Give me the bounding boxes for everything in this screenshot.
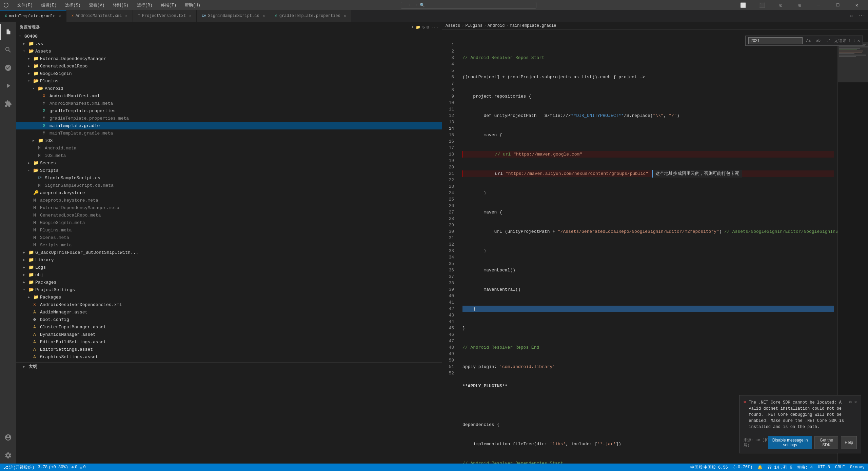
tree-item-editorSettings[interactable]: A EditorSettings.asset [16,346,442,353]
close-search-btn[interactable]: ✕ [857,38,860,43]
disable-message-btn[interactable]: Disable message in settings [768,436,812,449]
tree-item-library[interactable]: ▶ 📁 Library [16,256,442,264]
activity-settings[interactable] [0,447,16,464]
breadcrumb-android[interactable]: Android [488,23,505,28]
activity-extensions[interactable] [0,96,16,112]
layout-btn-1[interactable]: ⬜ [735,0,751,10]
status-encoding[interactable]: UTF-8 [818,465,830,470]
notification-settings-icon[interactable]: ⚙ [849,400,852,405]
tree-item-assets[interactable]: ▾ 📂 Assets [16,47,442,55]
layout-btn-2[interactable]: ⬛ [754,0,770,10]
tree-item-vs[interactable]: ▶ 📁 .vs [16,40,442,47]
tree-item-android[interactable]: ▾ 📂 Android [16,85,442,92]
regex-btn[interactable]: .* [824,38,832,44]
nav-back-icon[interactable]: ← [409,3,412,7]
tree-item-gBackUp[interactable]: ▶ 📁 G_BackUpThisFolder_ButDontShipltWith… [16,249,442,256]
tree-item-aceprotpKeystoreMeta[interactable]: M aceprotp.keystore.meta [16,197,442,204]
menu-help[interactable]: 帮助(H) [183,2,202,8]
tree-item-androidResolverDeps[interactable]: X AndroidResolverDependencies.xml [16,301,442,308]
activity-search[interactable] [0,42,16,58]
editor-layout-split[interactable]: ⊡ [847,14,855,19]
tree-item-genLocal[interactable]: ▶ 📁 GeneratedLocalRepo [16,62,442,70]
status-spaces[interactable]: 空格: 4 [797,465,813,470]
tree-item-scripts[interactable]: ▾ 📂 Scripts [16,167,442,174]
editor-more-actions[interactable]: ··· [855,14,868,18]
sidebar-refresh[interactable]: ↻ [422,25,425,29]
menu-goto[interactable]: 转到(G) [111,2,130,8]
tree-item-signinSampleCsMeta[interactable]: M SigninSampleScript.cs.meta [16,182,442,189]
find-input[interactable] [748,37,803,44]
tree-item-graphicsSettings[interactable]: A GraphicsSettings.asset [16,353,442,361]
tree-item-gradleTemplateProps[interactable]: G gradleTemplate.properties [16,107,442,115]
tree-item-packages[interactable]: ▶ 📁 Packages [16,279,442,286]
prev-result-btn[interactable]: ↑ [848,38,851,43]
activity-debug[interactable] [0,78,16,94]
tree-item-iOS[interactable]: ▶ 📁 iOS [16,137,442,144]
notification-close-icon[interactable]: ✕ [854,400,857,405]
tab-close-projectVersion[interactable]: ✕ [189,14,191,18]
tree-item-clusterInputManager[interactable]: A ClusterInputManager.asset [16,323,442,331]
tree-item-audioManager[interactable]: A AudioManager.asset [16,308,442,316]
status-git-branch[interactable]: ⎇ 沪(开锁股份) [3,465,34,470]
activity-explorer[interactable] [0,24,16,40]
title-search-input[interactable]: go408 [426,3,528,7]
tree-item-iOSMeta[interactable]: M iOS.meta [16,152,442,159]
tree-item-bootConfig[interactable]: ⚙ boot.config [16,316,442,323]
tree-item-mainTemplateGradleMeta[interactable]: M mainTemplate.gradle.meta [16,129,442,137]
tree-root[interactable]: ▾ GO408 [16,33,442,40]
tree-item-googleSignInMeta[interactable]: M GoogleSignIn.meta [16,219,442,226]
tab-close-signinSample[interactable]: ✕ [263,14,265,18]
tree-item-genLocalMeta[interactable]: M GeneratedLocalRepo.meta [16,211,442,219]
tab-projectVersion[interactable]: T ProjectVersion.txt ✕ [133,10,197,22]
tab-close-gradleTemplate[interactable]: ✕ [344,14,346,18]
tree-item-logs[interactable]: ▶ 📁 Logs [16,264,442,271]
status-stock-change2[interactable]: (-0.76%) [733,465,753,470]
status-language[interactable]: Groovy [850,465,865,470]
menu-edit[interactable]: 编辑(E) [40,2,59,8]
tree-item-scriptsMeta[interactable]: M Scripts.meta [16,241,442,249]
tree-item-outline[interactable]: ▶ 大纲 [16,362,442,370]
help-btn[interactable]: Help [841,436,857,449]
tree-item-androidManifestXml[interactable]: X AndroidManifest.xml [16,92,442,100]
tree-item-obj[interactable]: ▶ 📁 obj [16,271,442,279]
tree-item-aceprotpKeystore[interactable]: 🔑 aceprotp.keystore [16,189,442,197]
status-china-stock[interactable]: 中国股 中国股 6.56 [690,465,728,470]
minimize-btn[interactable]: ─ [811,0,827,10]
tree-item-gradleTemplatePropsMeta[interactable]: M gradleTemplate.properties.meta [16,115,442,122]
activity-accounts[interactable] [0,429,16,446]
tree-item-androidManifestXmlMeta[interactable]: M AndroidManifest.xml.meta [16,100,442,107]
close-btn[interactable]: ✕ [849,0,865,10]
status-line-col[interactable]: 行 14，列 6 [768,465,792,470]
tree-item-editorBuildSettings[interactable]: A EditorBuildSettings.asset [16,338,442,346]
tree-item-signinSampleCs[interactable]: C# SigninSampleScript.cs [16,174,442,182]
tree-item-extDep[interactable]: ▶ 📁 ExternalDependencyManager [16,55,442,62]
tree-item-scenesMeta[interactable]: M Scenes.meta [16,234,442,241]
status-errors[interactable]: ⊗ 0 ⚠ 0 [72,465,86,470]
tree-item-scenes[interactable]: ▶ 📁 Scenes [16,159,442,167]
menu-terminal[interactable]: 终端(T) [159,2,178,8]
sidebar-new-file[interactable]: + [411,25,414,29]
menu-file[interactable]: 文件(F) [16,2,35,8]
tab-gradleTemplate[interactable]: G gradleTemplate.properties ✕ [270,10,351,22]
maximize-btn[interactable]: □ [830,0,846,10]
tab-mainTemplate[interactable]: G mainTemplate.gradle ✕ [0,10,66,22]
tree-item-dynamicsManager[interactable]: A DynamicsManager.asset [16,331,442,338]
breadcrumb-plugins[interactable]: Plugins [465,23,482,28]
status-bell[interactable]: 🔔 [757,465,763,470]
next-result-btn[interactable]: ↓ [853,38,855,43]
sidebar-new-folder[interactable]: 📁 [416,25,421,29]
get-sdk-btn[interactable]: Get the SDK [814,436,838,449]
tab-close-mainTemplate[interactable]: ✕ [59,14,61,18]
case-sensitive-btn[interactable]: Aa [805,38,812,44]
tree-item-plugins[interactable]: ▾ 📂 Plugins [16,77,442,85]
tree-item-googleSignIn[interactable]: ▶ 📁 GoogleSignIn [16,70,442,77]
breadcrumb-assets[interactable]: Assets [446,23,460,28]
tree-item-mainTemplateGradle[interactable]: G mainTemplate.gradle [16,122,442,129]
tab-close-androidManifest[interactable]: ✕ [125,14,127,18]
whole-word-btn[interactable]: ab [814,38,822,44]
layout-btn-3[interactable]: ⊡ [773,0,789,10]
sidebar-more[interactable]: ··· [431,25,439,29]
menu-view[interactable]: 查看(V) [87,2,106,8]
menu-run[interactable]: 运行(R) [135,2,154,8]
nav-forward-icon[interactable]: → [414,3,417,7]
